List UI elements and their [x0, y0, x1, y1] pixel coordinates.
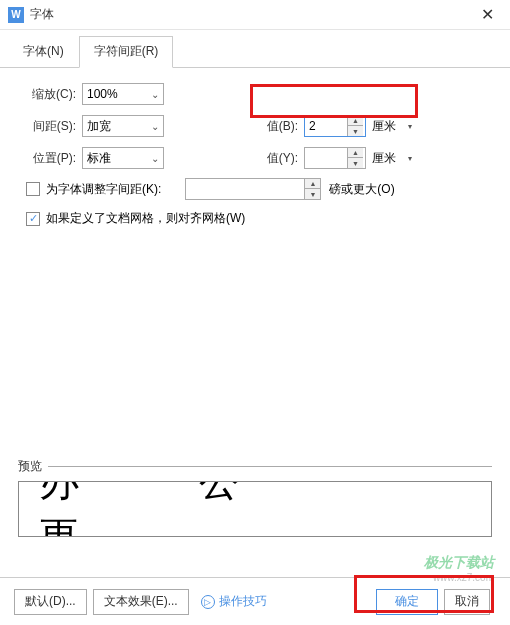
position-value-input[interactable]: ▲▼ — [304, 147, 366, 169]
position-value-label: 值(Y): — [256, 150, 298, 167]
snapgrid-label: 如果定义了文档网格，则对齐网格(W) — [46, 210, 245, 227]
chevron-down-icon: ⌄ — [151, 153, 159, 164]
snapgrid-checkbox[interactable] — [26, 212, 40, 226]
ok-button[interactable]: 确定 — [376, 589, 438, 615]
scale-select[interactable]: 100% ⌄ — [82, 83, 164, 105]
spinner[interactable]: ▲▼ — [347, 116, 363, 136]
preview-text: 办公更 — [39, 481, 471, 537]
divider — [48, 466, 492, 467]
chevron-down-icon: ▾ — [408, 122, 412, 131]
kerning-label: 为字体调整字间距(K): — [46, 181, 161, 198]
kerning-unit-label: 磅或更大(O) — [329, 181, 394, 198]
scale-label: 缩放(C): — [18, 86, 76, 103]
spin-down-icon: ▼ — [348, 126, 363, 136]
tips-link[interactable]: ▷ 操作技巧 — [201, 593, 267, 610]
spin-down-icon: ▼ — [305, 189, 320, 199]
spinner[interactable]: ▲▼ — [304, 179, 320, 199]
chevron-down-icon: ⌄ — [151, 89, 159, 100]
position-label: 位置(P): — [18, 150, 76, 167]
spacing-label: 间距(S): — [18, 118, 76, 135]
cancel-button[interactable]: 取消 — [444, 589, 490, 615]
spin-up-icon: ▲ — [305, 179, 320, 189]
tab-char-spacing[interactable]: 字符间距(R) — [79, 36, 174, 68]
kerning-input[interactable]: ▲▼ — [185, 178, 321, 200]
spacing-unit-select[interactable]: 厘米 ▾ — [370, 115, 414, 137]
spinner[interactable]: ▲▼ — [347, 148, 363, 168]
chevron-down-icon: ▾ — [408, 154, 412, 163]
spin-down-icon: ▼ — [348, 158, 363, 168]
chevron-down-icon: ⌄ — [151, 121, 159, 132]
default-button[interactable]: 默认(D)... — [14, 589, 87, 615]
position-select[interactable]: 标准 ⌄ — [82, 147, 164, 169]
play-icon: ▷ — [201, 595, 215, 609]
spacing-value-label: 值(B): — [256, 118, 298, 135]
app-icon: W — [8, 7, 24, 23]
spacing-select[interactable]: 加宽 ⌄ — [82, 115, 164, 137]
position-unit-select[interactable]: 厘米 ▾ — [370, 147, 414, 169]
preview-label: 预览 — [18, 458, 42, 475]
text-effects-button[interactable]: 文本效果(E)... — [93, 589, 189, 615]
window-title: 字体 — [30, 6, 472, 23]
spin-up-icon: ▲ — [348, 116, 363, 126]
preview-box: 办公更 — [18, 481, 492, 537]
close-icon[interactable]: ✕ — [472, 0, 502, 30]
spin-up-icon: ▲ — [348, 148, 363, 158]
tab-font[interactable]: 字体(N) — [8, 36, 79, 67]
spacing-value-input[interactable]: ▲▼ — [304, 115, 366, 137]
kerning-checkbox[interactable] — [26, 182, 40, 196]
